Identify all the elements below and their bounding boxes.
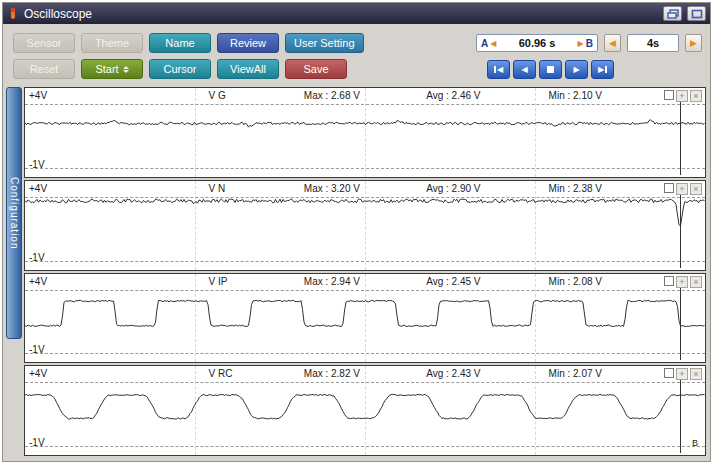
stop-icon	[547, 66, 554, 73]
channel-close-button[interactable]: ×	[690, 276, 702, 288]
review-button[interactable]: Review	[217, 33, 279, 53]
skip-to-end-icon: ▶	[598, 65, 604, 74]
toolbar-row-1: Sensor Theme Name Review User Setting A …	[13, 33, 702, 53]
time-range-value: 60.96 s	[498, 37, 575, 49]
channel-expand-button[interactable]: +	[676, 183, 688, 195]
channel-min-value: Min : 2.08 V	[549, 276, 602, 287]
title-bar: Oscilloscope	[3, 3, 710, 24]
start-spinner-icon[interactable]	[123, 66, 129, 73]
step-back-icon: ◀	[521, 65, 527, 74]
theme-button[interactable]: Theme	[81, 33, 143, 53]
skip-to-start-button[interactable]: ◀	[487, 60, 510, 79]
cursor-button[interactable]: Cursor	[149, 59, 211, 79]
timebase-increase-button[interactable]: ▶	[685, 34, 702, 52]
channel-max-value: Max : 3.20 V	[304, 183, 360, 194]
user-setting-button[interactable]: User Setting	[285, 33, 364, 53]
maximize-window-button[interactable]	[687, 6, 706, 21]
skip-to-end-button[interactable]: ▶	[591, 60, 614, 79]
main-area: Configuration +4V V G Max : 2.68 V Avg :…	[6, 87, 706, 456]
channel-visibility-checkbox[interactable]	[664, 90, 674, 100]
start-button-label: Start	[95, 63, 118, 75]
save-button[interactable]: Save	[285, 59, 347, 79]
channel-bottom-voltage-label: -1V	[29, 159, 45, 170]
waveform-trace	[25, 181, 705, 270]
channel-max-value: Max : 2.68 V	[304, 90, 360, 101]
channel-avg-value: Avg : 2.43 V	[426, 368, 480, 379]
channel-max-value: Max : 2.94 V	[304, 276, 360, 287]
cursor-b-marker[interactable]: B	[586, 38, 593, 49]
start-button[interactable]: Start	[81, 59, 143, 79]
channel-top-voltage-label: +4V	[29, 276, 47, 287]
configuration-tab[interactable]: Configuration	[6, 87, 22, 339]
reset-button[interactable]: Reset	[13, 59, 75, 79]
channel-expand-button[interactable]: +	[676, 368, 688, 380]
playback-controls: ◀ ◀ ▶ ▶	[487, 60, 614, 79]
channel-panel: +4V V IP Max : 2.94 V Avg : 2.45 V Min :…	[24, 273, 706, 364]
toolbar: Sensor Theme Name Review User Setting A …	[3, 24, 710, 90]
skip-to-start-icon: ◀	[497, 65, 503, 74]
channel-bottom-voltage-label: -1V	[29, 344, 45, 355]
channel-close-button[interactable]: ×	[690, 368, 702, 380]
channel-close-button[interactable]: ×	[690, 183, 702, 195]
channel-avg-value: Avg : 2.45 V	[426, 276, 480, 287]
channel-visibility-checkbox[interactable]	[664, 368, 674, 378]
viewall-button[interactable]: ViewAll	[217, 59, 279, 79]
channel-bottom-voltage-label: -1V	[29, 437, 45, 448]
channel-top-voltage-label: +4V	[29, 90, 47, 101]
timebase-decrease-button[interactable]: ◀	[604, 34, 621, 52]
cursor-a-marker[interactable]: A	[481, 38, 488, 49]
cursor-b-line[interactable]	[680, 368, 681, 453]
sensor-button[interactable]: Sensor	[13, 33, 75, 53]
cursor-b-label: B	[692, 438, 698, 448]
channel-panels: +4V V G Max : 2.68 V Avg : 2.46 V Min : …	[24, 87, 706, 456]
cursor-b-line[interactable]	[680, 276, 681, 361]
channel-name: V G	[209, 90, 226, 101]
channel-min-value: Min : 2.10 V	[549, 90, 602, 101]
play-button[interactable]: ▶	[565, 60, 588, 79]
toolbar-row-2: Reset Start Cursor ViewAll Save ◀ ◀ ▶ ▶	[13, 59, 702, 79]
name-button[interactable]: Name	[149, 33, 211, 53]
channel-visibility-checkbox[interactable]	[664, 276, 674, 286]
channel-avg-value: Avg : 2.90 V	[426, 183, 480, 194]
channel-name: V N	[209, 183, 226, 194]
configuration-tab-label: Configuration	[9, 177, 20, 249]
channel-max-value: Max : 2.82 V	[304, 368, 360, 379]
cursor-a-arrow-icon[interactable]: ◀	[490, 39, 496, 48]
channel-close-button[interactable]: ×	[690, 90, 702, 102]
channel-top-voltage-label: +4V	[29, 183, 47, 194]
cascade-window-button[interactable]	[663, 6, 682, 21]
maximize-window-icon	[691, 9, 703, 19]
cascade-window-icon	[667, 9, 679, 19]
play-icon: ▶	[573, 65, 579, 74]
channel-min-value: Min : 2.38 V	[549, 183, 602, 194]
cursor-b-line[interactable]	[680, 183, 681, 268]
side-tab-strip: Configuration	[6, 87, 22, 456]
timebase-select[interactable]: 4s	[627, 34, 679, 52]
stop-button[interactable]	[539, 60, 562, 79]
channel-visibility-checkbox[interactable]	[664, 183, 674, 193]
waveform-trace	[25, 274, 705, 363]
waveform-trace	[25, 366, 705, 455]
channel-expand-button[interactable]: +	[676, 90, 688, 102]
channel-avg-value: Avg : 2.46 V	[426, 90, 480, 101]
channel-min-value: Min : 2.07 V	[549, 368, 602, 379]
channel-bottom-voltage-label: -1V	[29, 252, 45, 263]
channel-panel: +4V V G Max : 2.68 V Avg : 2.46 V Min : …	[24, 87, 706, 178]
app-icon	[7, 7, 19, 20]
window-title: Oscilloscope	[24, 7, 658, 21]
channel-name: V IP	[209, 276, 228, 287]
step-back-button[interactable]: ◀	[513, 60, 536, 79]
channel-top-voltage-label: +4V	[29, 368, 47, 379]
channel-expand-button[interactable]: +	[676, 276, 688, 288]
channel-panel: +4V V N Max : 3.20 V Avg : 2.90 V Min : …	[24, 180, 706, 271]
channel-panel: +4V V RC Max : 2.82 V Avg : 2.43 V Min :…	[24, 365, 706, 456]
channel-name: V RC	[209, 368, 233, 379]
time-range-display: A ◀ 60.96 s ▶ B	[476, 34, 598, 52]
oscilloscope-window: Oscilloscope Sensor Theme Name Review Us…	[2, 2, 711, 462]
waveform-trace	[25, 88, 705, 177]
cursor-b-line[interactable]	[680, 90, 681, 175]
cursor-b-arrow-icon[interactable]: ▶	[578, 39, 584, 48]
